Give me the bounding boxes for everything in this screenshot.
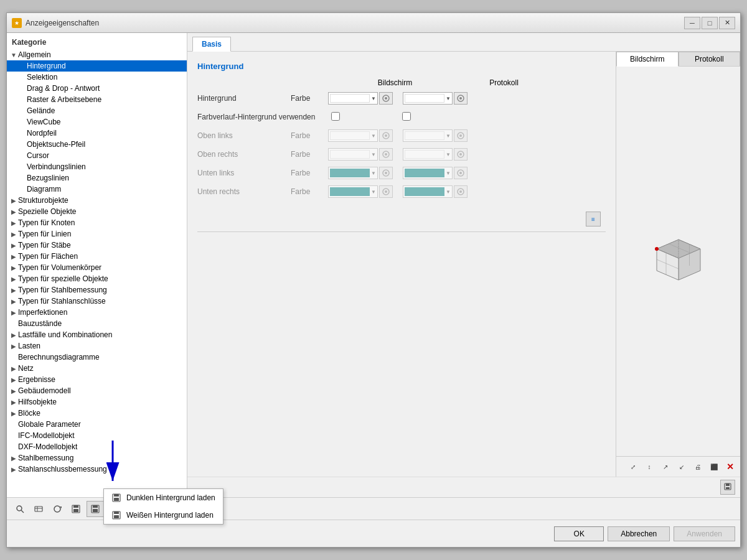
tree-item-viewcube[interactable]: ViewCube (7, 116, 187, 128)
tab-basis[interactable]: Basis (192, 37, 231, 52)
color-picker-btn-bildschirm[interactable] (379, 92, 393, 105)
toolbar-refresh-btn[interactable] (49, 501, 65, 517)
color-dropdown-protokoll[interactable]: ▼ (403, 92, 453, 105)
tree-item-typen-staebe[interactable]: ▶ Typen für Stäbe (7, 240, 187, 251)
tree-item-ergebnisse[interactable]: ▶ Ergebnisse (7, 374, 187, 385)
tree-item-lasten[interactable]: ▶ Lasten (7, 340, 187, 352)
icon-btn-close[interactable]: ✕ (723, 459, 738, 474)
tree-item-stahlbemessung[interactable]: ▶ Stahlbemessung (7, 452, 187, 464)
main-content: Kategorie ▼ Allgemein Hintergrund Selekt… (7, 33, 740, 497)
preview-tab-protokoll[interactable]: Protokoll (679, 52, 741, 66)
tree-item-ifc[interactable]: IFC-Modellobjekt (7, 430, 187, 441)
expand-icon: ▶ (9, 287, 18, 294)
tree-item-typen-spezielle[interactable]: ▶ Typen für spezielle Objekte (7, 273, 187, 284)
expand-icon: ▶ (9, 264, 18, 271)
tree-item-label: Gelände (27, 106, 182, 115)
color-dropdown: ▼ (403, 167, 453, 179)
tree-item-verbindungslinien[interactable]: Verbindungslinien (7, 161, 187, 172)
cancel-button[interactable]: Abbrechen (608, 526, 670, 541)
dropdown-arrow: ▼ (446, 152, 451, 157)
maximize-button[interactable]: □ (702, 17, 718, 29)
prop-sublabel: Farbe (291, 150, 328, 159)
toolbar-search-btn[interactable] (12, 501, 28, 517)
expand-icon: ▶ (9, 365, 18, 372)
tree-item-strukturobjekte[interactable]: ▶ Strukturobjekte (7, 195, 187, 206)
prop-label-hintergrund: Hintergrund (197, 94, 291, 103)
apply-button[interactable]: Anwenden (674, 526, 735, 541)
ok-button[interactable]: OK (554, 526, 604, 541)
icon-btn-6[interactable]: ⬛ (707, 459, 721, 474)
color-dropdown: ▼ (403, 129, 453, 142)
expand-icon: ▶ (9, 220, 18, 226)
color-swatch (330, 131, 370, 140)
menu-item-white-bg[interactable]: Weißen Hintergrund laden (104, 506, 223, 524)
tree-item-stahlanschluss[interactable]: ▶ Stahlanschlussbemessung (7, 464, 187, 475)
toolbar-table-btn[interactable] (31, 501, 47, 517)
tree-item-imperfektionen[interactable]: ▶ Imperfektionen (7, 307, 187, 318)
tree-item-gelaende[interactable]: Gelände (7, 105, 187, 116)
menu-item-icon (111, 493, 121, 503)
icon-btn-1[interactable]: ⤢ (626, 459, 641, 474)
tree-item-diagramm[interactable]: Diagramm (7, 184, 187, 195)
tree-item-typen-stahlanschluss[interactable]: ▶ Typen für Stahlanschlüsse (7, 296, 187, 307)
color-dropdown: ▼ (403, 148, 453, 161)
color-dropdown: ▼ (328, 167, 378, 179)
tree-item-netz[interactable]: ▶ Netz (7, 363, 187, 374)
icon-btn-4[interactable]: ↙ (674, 459, 689, 474)
svg-rect-52 (114, 511, 119, 514)
tree-item-label: Bezugslinien (27, 174, 182, 182)
load-profile-btn-main[interactable] (87, 501, 103, 517)
close-button[interactable]: ✕ (719, 17, 735, 29)
tree-item-hintergrund[interactable]: Hintergrund (7, 60, 187, 72)
tree-item-berechnungsdiagramme[interactable]: Berechnungsdiagramme (7, 352, 187, 363)
tree-item-drag[interactable]: Drag & Drop - Antwort (7, 83, 187, 94)
minimize-button[interactable]: ─ (684, 17, 700, 29)
tree-item-lastfaelle[interactable]: ▶ Lastfälle und Kombinationen (7, 329, 187, 340)
checkbox-farbverlauf-bildschirm[interactable] (331, 112, 340, 121)
tree-item-bauzustaende[interactable]: Bauzustände (7, 318, 187, 329)
color-swatch (330, 169, 370, 177)
expand-icon: ▶ (9, 399, 18, 406)
tree-item-label: Globale Parameter (18, 420, 182, 429)
svg-rect-43 (73, 505, 78, 508)
tree-item-bloecke[interactable]: ▶ Blöcke (7, 408, 187, 419)
color-picker-btn-protokoll[interactable] (454, 92, 467, 105)
tree-item-hilfsobjekte[interactable]: ▶ Hilfsobjekte (7, 396, 187, 408)
tree-item-typen-knoten[interactable]: ▶ Typen für Knoten (7, 217, 187, 228)
tree-item-typen-volumen[interactable]: ▶ Typen für Volumenkörper (7, 262, 187, 273)
right-content-area: Hintergrund Bildschirm Protokoll Hinterg… (187, 52, 740, 477)
prop-label-farbverlauf: Farbverlauf-Hintergrund verwenden (197, 113, 331, 121)
tree-item-allgemein[interactable]: ▼ Allgemein (7, 49, 187, 60)
info-button[interactable]: ≡ (586, 212, 601, 226)
toolbar-save-btn[interactable] (68, 501, 84, 517)
preview-tab-bildschirm[interactable]: Bildschirm (616, 52, 679, 67)
tree-item-bezugslinien[interactable]: Bezugslinien (7, 172, 187, 184)
tree-item-typen-linien[interactable]: ▶ Typen für Linien (7, 228, 187, 240)
svg-point-5 (385, 134, 387, 137)
dropdown-arrow: ▼ (446, 189, 451, 195)
tree-item-dxf[interactable]: DXF-Modellobjekt (7, 441, 187, 452)
icon-btn-5[interactable]: 🖨 (690, 459, 705, 474)
menu-item-label: Dunklen Hintergrund laden (126, 493, 215, 502)
svg-point-3 (459, 97, 462, 100)
tree-item-spezielle[interactable]: ▶ Spezielle Objekte (7, 206, 187, 217)
tree-item-typen-stahlbemessung[interactable]: ▶ Typen für Stahlbemessung (7, 284, 187, 296)
tree-item-objektsuche[interactable]: Objektsuche-Pfeil (7, 139, 187, 150)
icon-btn-2[interactable]: ↕ (642, 459, 657, 474)
tree-item-nordpfeil[interactable]: Nordpfeil (7, 128, 187, 139)
titlebar: ★ Anzeigeeigenschaften ─ □ ✕ (7, 13, 740, 33)
tree-item-globale[interactable]: Globale Parameter (7, 419, 187, 430)
tree-item-label: Allgemein (18, 50, 182, 59)
color-dropdown-bildschirm[interactable]: ▼ (328, 92, 378, 105)
tree-item-cursor[interactable]: Cursor (7, 150, 187, 161)
tree-item-raster[interactable]: Raster & Arbeitsebene (7, 94, 187, 105)
icon-btn-3[interactable]: ↗ (658, 459, 673, 474)
menu-item-dark-bg[interactable]: Dunklen Hintergrund laden (104, 489, 223, 506)
window-icon: ★ (12, 18, 22, 28)
checkbox-farbverlauf-protokoll[interactable] (402, 112, 411, 121)
save-profile-btn[interactable] (720, 480, 735, 495)
expand-icon: ▶ (9, 388, 18, 394)
tree-item-selektion[interactable]: Selektion (7, 72, 187, 83)
tree-item-typen-flaechen[interactable]: ▶ Typen für Flächen (7, 251, 187, 262)
tree-item-gebaeudemodell[interactable]: ▶ Gebäudemodell (7, 385, 187, 396)
